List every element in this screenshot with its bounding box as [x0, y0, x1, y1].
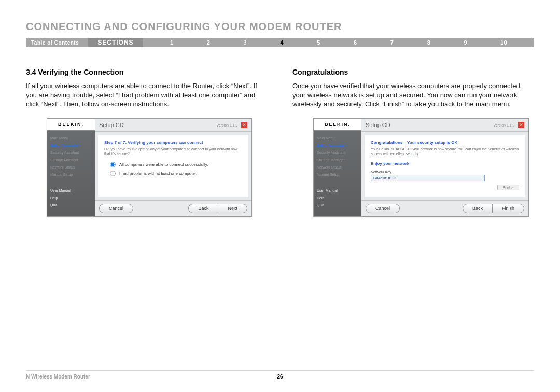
radio-had-problems-label: I had problems with at least one compute…	[119, 171, 197, 176]
section-link-7[interactable]: 7	[390, 39, 394, 46]
setup-cd-window-verify: BELKIN. Main Menu Setup Assistant > Secu…	[47, 118, 252, 217]
close-icon[interactable]: ✕	[241, 122, 247, 128]
sidebar-item-quit[interactable]: Quit	[50, 202, 92, 208]
print-button[interactable]: Print >	[497, 185, 519, 190]
radio-had-problems[interactable]: I had problems with at least one compute…	[109, 170, 242, 177]
app-sidebar: BELKIN. Main Menu Setup Assistant > Secu…	[314, 119, 361, 216]
step-subtext: Did you have trouble getting any of your…	[104, 147, 242, 156]
sidebar-item-network-status[interactable]: Network Status	[317, 164, 358, 170]
section-link-4[interactable]: 4	[280, 39, 283, 46]
section-link-6[interactable]: 6	[354, 39, 357, 46]
app-version: Version 1.1.0	[494, 123, 515, 127]
network-key-field[interactable]: Gd4e1k1n123	[371, 175, 485, 181]
close-icon[interactable]: ✕	[518, 122, 524, 128]
belkin-logo: BELKIN.	[314, 119, 361, 131]
congrats-heading: Congratulations – Your security setup is…	[371, 140, 519, 145]
sidebar-item-main-menu[interactable]: Main Menu	[50, 135, 92, 141]
left-column: 3.4 Verifying the Connection If all your…	[26, 68, 268, 217]
radio-all-connected-input[interactable]	[110, 162, 115, 167]
sidebar-item-security-assistant[interactable]: Security Assistant	[50, 150, 92, 156]
cancel-button[interactable]: Cancel	[99, 204, 133, 213]
left-body: If all your wireless computers are able …	[26, 81, 268, 109]
step-heading: Step 7 of 7: Verifying your computers ca…	[104, 140, 242, 145]
sidebar-item-user-manual[interactable]: User Manual	[317, 188, 358, 193]
sidebar-item-help[interactable]: Help	[317, 195, 358, 201]
sidebar-item-network-status[interactable]: Network Status	[50, 164, 92, 170]
back-button[interactable]: Back	[188, 204, 218, 213]
sections-nav: Table of Contents SECTIONS 12345678910	[26, 38, 534, 47]
sidebar-item-storage-manager[interactable]: Storage Manager	[50, 157, 92, 163]
sidebar-item-storage-manager[interactable]: Storage Manager	[317, 157, 358, 163]
network-key-label: Network Key	[371, 170, 519, 174]
app-sidebar: BELKIN. Main Menu Setup Assistant > Secu…	[47, 119, 95, 216]
left-heading: 3.4 Verifying the Connection	[26, 68, 268, 76]
page-title: CONNECTING AND CONFIGURING YOUR MODEM RO…	[26, 21, 534, 33]
right-column: Congratulations Once you have verified t…	[292, 68, 534, 217]
congrats-subtext: Your Belkin_N_ADSL_123456 network is now…	[371, 147, 519, 156]
radio-had-problems-input[interactable]	[110, 171, 115, 176]
sidebar-item-setup-assistant[interactable]: Setup Assistant >	[317, 143, 358, 148]
section-link-1[interactable]: 1	[170, 39, 173, 46]
app-title: Setup CD	[366, 122, 390, 128]
belkin-logo: BELKIN.	[47, 119, 95, 131]
section-link-8[interactable]: 8	[427, 39, 430, 46]
app-title: Setup CD	[99, 122, 124, 128]
app-version: Version 1.1.0	[217, 123, 238, 127]
page-footer: N Wireless Modem Router 26	[26, 370, 534, 380]
toc-link[interactable]: Table of Contents	[26, 40, 88, 46]
cancel-button[interactable]: Cancel	[366, 204, 400, 213]
right-body: Once you have verified that your wireles…	[292, 81, 534, 109]
setup-cd-window-congrats: BELKIN. Main Menu Setup Assistant > Secu…	[313, 118, 529, 217]
page-number: 26	[277, 374, 283, 380]
section-link-5[interactable]: 5	[317, 39, 320, 46]
section-link-3[interactable]: 3	[244, 39, 247, 46]
sidebar-item-manual-setup[interactable]: Manual Setup	[317, 172, 358, 177]
sections-label: SECTIONS	[88, 38, 143, 47]
next-button[interactable]: Next	[218, 204, 247, 213]
sidebar-item-security-assistant[interactable]: Security Assistant	[317, 150, 358, 156]
section-link-2[interactable]: 2	[207, 39, 210, 46]
sidebar-item-main-menu[interactable]: Main Menu	[317, 135, 358, 141]
radio-all-connected[interactable]: All computers were able to connect succe…	[109, 161, 242, 168]
sidebar-item-help[interactable]: Help	[50, 195, 92, 201]
back-button[interactable]: Back	[463, 204, 493, 213]
section-link-9[interactable]: 9	[464, 39, 467, 46]
product-name: N Wireless Modem Router	[26, 374, 90, 380]
right-heading: Congratulations	[292, 68, 534, 76]
sidebar-item-quit[interactable]: Quit	[317, 202, 358, 208]
sidebar-item-setup-assistant[interactable]: Setup Assistant >	[50, 143, 92, 148]
sidebar-item-user-manual[interactable]: User Manual	[50, 188, 92, 193]
finish-button[interactable]: Finish	[493, 204, 524, 213]
section-link-10[interactable]: 10	[500, 39, 507, 46]
enjoy-heading: Enjoy your network	[371, 161, 519, 166]
sidebar-item-manual-setup[interactable]: Manual Setup	[50, 172, 92, 177]
radio-all-connected-label: All computers were able to connect succe…	[119, 162, 208, 167]
